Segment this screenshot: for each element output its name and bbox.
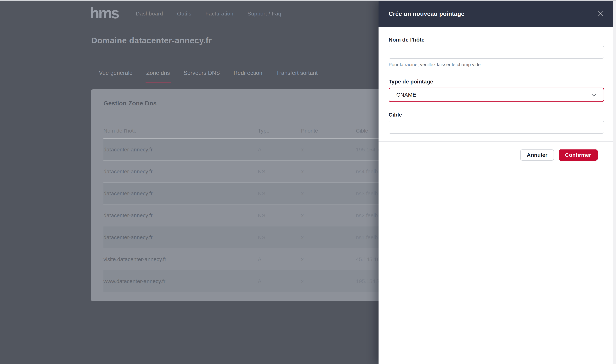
- scrollbar-track[interactable]: [613, 0, 616, 364]
- cell-type: NS: [258, 169, 301, 175]
- cell-host: datacenter-annecy.fr: [104, 234, 258, 240]
- target-label: Cible: [389, 112, 604, 118]
- tab[interactable]: Transfert sortant: [276, 70, 317, 78]
- top-navbar: hms Dashboard Outils Facturation Support…: [90, 1, 281, 26]
- host-name-help: Pour la racine, veuillez laisser le cham…: [389, 62, 604, 67]
- page-title: Domaine datacenter-annecy.fr: [91, 36, 212, 45]
- confirm-button[interactable]: Confirmer: [559, 149, 598, 161]
- cell-priority: x: [301, 169, 356, 175]
- cell-type: NS: [258, 234, 301, 240]
- col-header-type: Type: [258, 128, 301, 134]
- record-type-label: Type de pointage: [389, 78, 604, 85]
- cell-host: datacenter-annecy.fr: [104, 190, 258, 196]
- card-title: Gestion Zone Dns: [104, 100, 157, 107]
- cell-priority: x: [301, 256, 356, 262]
- screen: hms Dashboard Outils Facturation Support…: [0, 0, 616, 364]
- cell-priority: x: [301, 190, 356, 196]
- nav-menu: Dashboard Outils Facturation Support / F…: [136, 11, 281, 17]
- cancel-button[interactable]: Annuler: [520, 149, 554, 161]
- cell-type: A: [258, 278, 301, 284]
- cell-priority: x: [301, 147, 356, 153]
- drawer-body: Nom de l'hôte Pour la racine, veuillez l…: [379, 27, 613, 161]
- host-name-label: Nom de l'hôte: [389, 37, 604, 43]
- drawer-title: Crée un nouveau pointage: [389, 11, 596, 17]
- create-record-drawer: Crée un nouveau pointage Nom de l'hôte P…: [379, 1, 613, 364]
- nav-item[interactable]: Support / Faq: [247, 11, 281, 17]
- nav-item[interactable]: Facturation: [205, 11, 234, 17]
- col-header-priority: Priorité: [301, 128, 356, 134]
- cell-priority: x: [301, 278, 356, 284]
- tab[interactable]: Redirection: [234, 70, 262, 78]
- record-type-select[interactable]: CNAME: [389, 88, 604, 102]
- drawer-footer: Annuler Confirmer: [389, 142, 604, 161]
- cell-type: A: [258, 147, 301, 153]
- cell-priority: x: [301, 212, 356, 219]
- record-type-selected-value: CNAME: [396, 92, 416, 98]
- cell-host: datacenter-annecy.fr: [104, 147, 258, 153]
- chevron-down-icon: [591, 92, 596, 96]
- nav-item[interactable]: Outils: [177, 11, 191, 17]
- nav-item[interactable]: Dashboard: [136, 11, 163, 17]
- close-icon[interactable]: [596, 10, 605, 18]
- target-input[interactable]: [389, 121, 604, 134]
- cell-host: www.datacenter-annecy.fr: [104, 278, 258, 284]
- cell-type: NS: [258, 190, 301, 196]
- tab[interactable]: Vue générale: [99, 70, 132, 78]
- hms-logo: hms: [90, 5, 118, 21]
- cell-priority: x: [301, 234, 356, 240]
- tab[interactable]: Zone dns: [146, 70, 170, 78]
- cell-host: datacenter-annecy.fr: [104, 169, 258, 175]
- cell-host: datacenter-annecy.fr: [104, 212, 258, 219]
- host-name-input[interactable]: [389, 46, 604, 59]
- browser-top-strip: [0, 0, 616, 1]
- tab-bar: Vue générale Zone dns Serveurs DNS Redir…: [99, 70, 318, 78]
- cell-type: A: [258, 256, 301, 262]
- cell-host: visite.datacenter-annecy.fr: [104, 256, 258, 262]
- tab[interactable]: Serveurs DNS: [184, 70, 220, 78]
- col-header-host: Nom de l'hôte: [104, 128, 258, 134]
- cell-type: NS: [258, 212, 301, 219]
- drawer-header: Crée un nouveau pointage: [379, 1, 613, 27]
